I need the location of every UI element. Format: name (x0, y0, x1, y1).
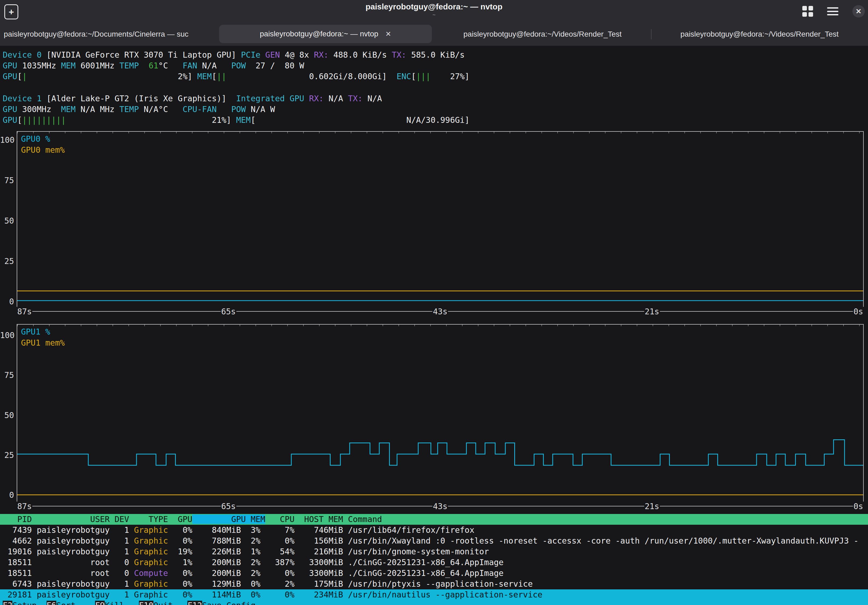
text-segment: 585.0 KiB/s (406, 50, 465, 59)
text-segment: 27%] (431, 71, 470, 81)
text-segment: 0.602Gi/8.000Gi] (226, 71, 397, 81)
text-segment: TX: (392, 50, 406, 59)
tab-render-test-2[interactable]: paisleyrobotguy@fedora:~/Videos/Render_T… (651, 23, 868, 46)
text-segment: GPU (3, 71, 17, 81)
y-tick: 100 (0, 135, 14, 146)
text-segment: F2 (3, 601, 12, 605)
y-tick: 25 (0, 450, 14, 461)
window-close-button[interactable]: ✕ (852, 5, 865, 17)
x-tick: 65s (220, 307, 236, 316)
text-segment: [ (411, 71, 416, 81)
titlebar: + paisleyrobotguy@fedora:~ — nvtop ~ ✕ (0, 0, 868, 23)
tab-label: paisleyrobotguy@fedora:~/Videos/Render_T… (680, 30, 839, 39)
text-segment: RX: (314, 50, 329, 59)
terminal-viewport[interactable]: Device 0 [NVIDIA GeForce RTX 3070 Ti Lap… (0, 46, 868, 605)
y-tick: 100 (0, 330, 14, 341)
text-segment (260, 50, 265, 59)
text-segment: Graphic (134, 558, 168, 567)
text-segment: Sort (56, 601, 95, 605)
gpu0-x-axis: 87s 65s 43s 21s 0s (17, 307, 864, 316)
text-segment: 300MHz (17, 104, 61, 114)
gpu1-chart: GPU1 %GPU1 mem% 87s 65s 43s 21s 0s 10075… (17, 324, 864, 506)
text-segment: 0% 200MiB 2% 0% 3300MiB ./CinGG-20251231… (168, 568, 504, 578)
text-segment: 488.0 KiB/s (329, 50, 392, 59)
function-key-bar[interactable]: F2Setup F6Sort F9Kill F10Quit F12Save Co… (0, 600, 868, 605)
process-table: PID USER DEV TYPE GPU GPU MEM CPU HOST M… (0, 514, 868, 605)
text-segment: MEM (61, 61, 76, 70)
device0-clock-line: GPU 1035MHz MEM 6001MHz TEMP 61°C FAN N/… (3, 60, 304, 71)
text-segment: °C (158, 61, 183, 70)
text-segment: Graphic (134, 590, 168, 599)
text-segment: MEM (236, 115, 251, 125)
x-tick: 87s (17, 501, 32, 511)
y-tick: 25 (0, 256, 14, 267)
text-segment: N/A (363, 94, 382, 103)
text-segment: TEMP (119, 61, 139, 70)
process-row[interactable]: 6743 paisleyrobotguy 1 Graphic 0% 129MiB… (0, 579, 868, 589)
gpu0-plot-area: GPU0 %GPU0 mem% (17, 131, 864, 312)
process-row[interactable]: 18511 root 0 Graphic 1% 200MiB 2% 387% 3… (0, 557, 868, 568)
text-segment: 19016 paisleyrobotguy 1 (3, 547, 134, 556)
text-segment: 19% 226MiB 1% 54% 216MiB /usr/bin/gnome-… (168, 547, 489, 556)
text-segment: Setup (12, 601, 46, 605)
window-subtitle: ~ (0, 12, 868, 18)
text-segment: 6001MHz (76, 61, 119, 70)
text-segment: [ (212, 71, 217, 81)
tab-render-test-1[interactable]: paisleyrobotguy@fedora:~/Videos/Render_T… (434, 23, 651, 46)
text-segment: TEMP (119, 104, 139, 114)
x-tick: 43s (432, 501, 448, 511)
process-row-selected[interactable]: 29181 paisleyrobotguy 1 Graphic 0% 114Mi… (0, 589, 868, 600)
process-row[interactable]: 18511 root 0 Compute 0% 200MiB 2% 0% 330… (0, 568, 868, 579)
text-segment: FAN (183, 61, 197, 70)
process-row[interactable]: 4662 paisleyrobotguy 1 Graphic 0% 788MiB… (0, 535, 868, 546)
text-segment: GPU (3, 104, 17, 114)
tab-label: paisleyrobotguy@fedora:~/Documents/Cinel… (4, 30, 189, 39)
text-segment: N/A MHz (76, 104, 119, 114)
text-segment: 2%] (27, 71, 197, 81)
text-segment: Kill (105, 601, 139, 605)
text-segment: Quit (153, 601, 188, 605)
tab-label: paisleyrobotguy@fedora:~/Videos/Render_T… (463, 30, 622, 39)
legend-entry: GPU1 % (21, 326, 65, 337)
text-segment: 4662 paisleyrobotguy 1 (3, 536, 134, 546)
text-segment: F10 (139, 601, 153, 605)
text-segment: N/A (197, 61, 231, 70)
text-segment: GPU (3, 115, 17, 125)
y-tick: 50 (0, 216, 14, 226)
text-segment: ENC (397, 71, 411, 81)
tab-divider (651, 29, 651, 39)
text-segment: CPU-FAN (183, 104, 217, 114)
tab-nvtop-active[interactable]: paisleyrobotguy@fedora:~ — nvtop ✕ (217, 23, 434, 46)
tab-close-icon[interactable]: ✕ (385, 30, 391, 38)
window-title: paisleyrobotguy@fedora:~ — nvtop (0, 2, 868, 11)
text-segment: N/A (324, 94, 348, 103)
text-segment: [Alder Lake-P GT2 (Iris Xe Graphics)] (42, 94, 236, 103)
text-segment: Device 0 (3, 50, 42, 59)
text-segment: MEM (61, 104, 76, 114)
text-segment: F6 (46, 601, 56, 605)
gpu1-plot-area: GPU1 %GPU1 mem% (17, 324, 864, 506)
text-segment: 29181 paisleyrobotguy 1 (3, 590, 134, 599)
x-tick: 0s (853, 307, 864, 316)
menu-icon[interactable] (827, 7, 839, 16)
y-tick: 75 (0, 175, 14, 186)
x-tick: 43s (432, 307, 448, 316)
text-segment: ||| (416, 71, 431, 81)
text-segment: 0% 840MiB 3% 7% 746MiB /usr/lib64/firefo… (168, 525, 474, 535)
x-tick: 21s (644, 501, 660, 511)
y-tick: 75 (0, 370, 14, 381)
process-row[interactable]: 19016 paisleyrobotguy 1 Graphic 19% 226M… (0, 546, 868, 557)
text-segment: Compute (134, 568, 168, 578)
text-segment: 0% 129MiB 0% 2% 175MiB /usr/bin/ptyxis -… (168, 579, 533, 589)
device1-clock-line: GPU 300MHz MEM N/A MHz TEMP N/A°C CPU-FA… (3, 104, 275, 115)
text-segment: Graphic (134, 579, 168, 589)
tab-cinelerra[interactable]: paisleyrobotguy@fedora:~/Documents/Cinel… (0, 23, 217, 46)
text-segment: [ (17, 115, 22, 125)
tab-overview-icon[interactable] (802, 6, 813, 17)
text-segment: CPU HOST MEM Command (265, 515, 382, 524)
process-row[interactable]: 7439 paisleyrobotguy 1 Graphic 0% 840MiB… (0, 525, 868, 535)
device1-info-line: Device 1 [Alder Lake-P GT2 (Iris Xe Grap… (3, 93, 382, 104)
text-segment: Device 1 (3, 94, 42, 103)
x-tick: 87s (17, 307, 32, 316)
x-tick: 65s (220, 501, 236, 511)
